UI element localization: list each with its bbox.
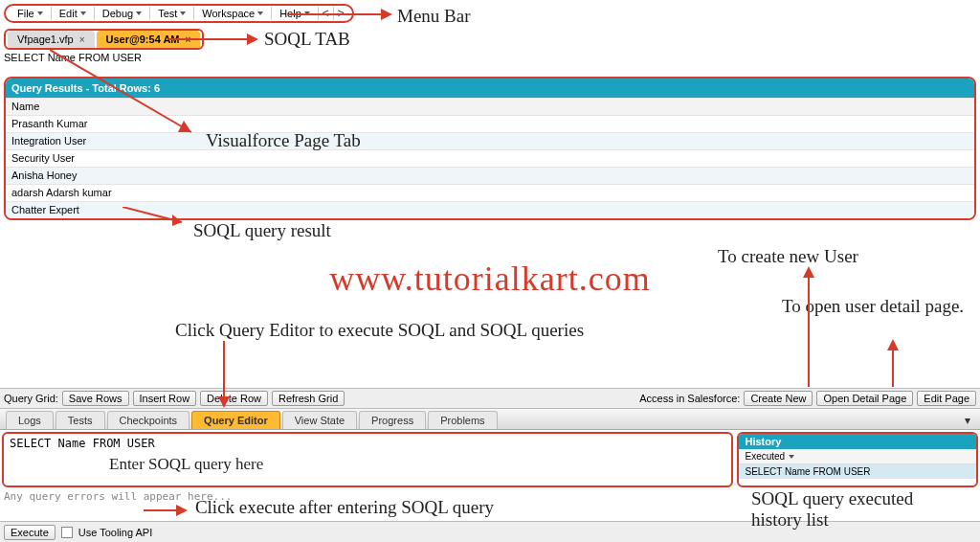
anno-qe: Click Query Editor to execute SOQL and S… [175,320,584,341]
caret-icon [180,11,186,15]
results-row[interactable]: Integration User [6,132,974,149]
tab-progress[interactable]: Progress [359,411,426,429]
anno-results: SOQL query result [193,220,331,241]
svg-marker-13 [887,339,899,350]
caret-icon [304,11,310,15]
history-item[interactable]: SELECT Name FROM USER [739,464,976,479]
results-row[interactable]: Anisha Honey [6,167,974,184]
tab-problems[interactable]: Problems [428,411,497,429]
tab-query-editor[interactable]: Query Editor [191,411,280,429]
history-header: History [739,434,976,449]
caret-icon [136,11,142,15]
history-panel: History Executed SELECT Name FROM USER [737,432,978,487]
menu-bar: File Edit Debug Test Workspace Help < > [4,4,354,23]
bottom-panel-tabs: Logs Tests Checkpoints Query Editor View… [0,409,980,430]
open-detail-page-button[interactable]: Open Detail Page [816,391,913,406]
anno-exec: Click execute after entering SOQL query [191,497,498,518]
tab-label: User@9:54 AM [106,34,180,45]
results-row[interactable]: adarsh Adarsh kumar [6,184,974,201]
caret-icon [80,11,86,15]
anno-soql-tab: SOQL TAB [264,29,350,50]
save-rows-button[interactable]: Save Rows [62,391,129,406]
tab-label: Vfpage1.vfp [17,34,74,45]
results-row[interactable]: Security User [6,149,974,167]
svg-marker-3 [247,34,258,45]
execute-button[interactable]: Execute [4,525,56,540]
history-filter[interactable]: Executed [739,449,976,464]
nav-next[interactable]: > [334,7,348,20]
insert-row-button[interactable]: Insert Row [133,391,197,406]
arrow-icon [885,339,901,387]
use-tooling-api-checkbox[interactable] [61,527,73,538]
refresh-grid-button[interactable]: Refresh Grid [272,391,345,406]
query-grid-label: Query Grid: [4,393,58,404]
error-line: Any query errors will appear here... [4,490,232,503]
menu-debug[interactable]: Debug [95,6,149,21]
menu-test[interactable]: Test [150,6,193,21]
tab-logs[interactable]: Logs [6,411,54,429]
edit-page-button[interactable]: Edit Page [917,391,976,406]
results-row[interactable]: Prasanth Kumar [6,115,974,132]
query-editor[interactable]: SELECT Name FROM USER Enter SOQL query h… [2,432,733,487]
page-tabs: Vfpage1.vfp × User@9:54 AM × [4,29,204,50]
arrow-icon [144,504,188,517]
results-column-header[interactable]: Name [6,98,974,115]
collapse-panel-icon[interactable]: ▾ [961,412,974,429]
close-icon[interactable]: × [186,34,191,45]
anno-open-user: To open user detail page. [777,296,969,317]
delete-row-button[interactable]: Delete Row [200,391,268,406]
query-editor-text: SELECT Name FROM USER [4,434,731,453]
create-new-button[interactable]: Create New [744,391,813,406]
nav-prev[interactable]: < [319,7,333,20]
tab-soql[interactable]: User@9:54 AM × [97,31,201,48]
results-header: Query Results - Total Rows: 6 [6,79,974,98]
caret-icon [37,11,43,15]
tab-checkpoints[interactable]: Checkpoints [107,411,190,429]
query-grid-bar: Query Grid: Save Rows Insert Row Delete … [0,388,980,409]
menu-file[interactable]: File [10,6,51,21]
anno-menubar: Menu Bar [397,6,471,27]
query-results: Query Results - Total Rows: 6 Name Prasa… [4,77,976,220]
tab-visualforce[interactable]: Vfpage1.vfp × [8,31,95,48]
watermark: www.tutorialkart.com [0,259,980,299]
menu-workspace[interactable]: Workspace [194,6,271,21]
execute-bar: Execute Use Tooling API [0,521,980,542]
close-icon[interactable]: × [79,34,85,45]
access-label: Access in Salesforce: [639,393,740,404]
svg-marker-1 [381,9,392,20]
menu-edit[interactable]: Edit [52,6,94,21]
caret-icon [789,455,794,459]
menu-help[interactable]: Help [272,6,318,21]
tab-tests[interactable]: Tests [56,411,105,429]
anno-enter-query: Enter SOQL query here [109,455,263,474]
results-row[interactable]: Chatter Expert [6,201,974,218]
caret-icon [257,11,263,15]
use-tooling-api-label: Use Tooling API [78,527,152,538]
tab-view-state[interactable]: View State [282,411,357,429]
svg-marker-15 [176,505,188,516]
soql-query-text: SELECT Name FROM USER [4,52,142,63]
